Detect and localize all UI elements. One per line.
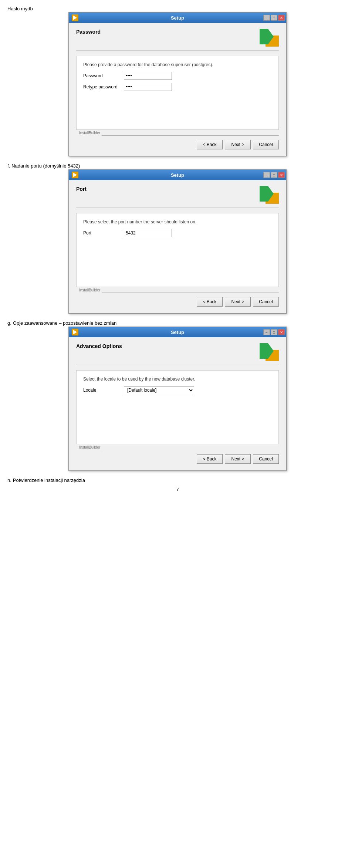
password-input[interactable] — [124, 72, 172, 80]
close-button-port[interactable]: ✕ — [278, 172, 285, 178]
password-window: Setup − □ ✕ Password Please provide a pa… — [68, 12, 287, 156]
back-button-password[interactable]: < Back — [197, 140, 223, 149]
port-window: Setup − □ ✕ Port Please select the port … — [68, 169, 287, 314]
footer-line-password — [102, 135, 279, 136]
next-button-password[interactable]: Next > — [225, 140, 251, 149]
port-label: Port — [83, 230, 124, 236]
installbuilder-label-advanced: InstallBuilder — [78, 445, 102, 449]
window-body-port: Port Please select the port number the s… — [69, 180, 286, 313]
installbuilder-label-password: InstallBuilder — [78, 131, 102, 135]
next-button-port[interactable]: Next > — [225, 297, 251, 307]
logo-icon-password — [260, 29, 279, 47]
window-header-port: Port — [76, 186, 279, 208]
minimize-button-advanced[interactable]: − — [263, 329, 270, 335]
section-desc-confirm: Potwierdzenie instalacji narzędzia — [13, 477, 85, 483]
button-row-port: < Back Next > Cancel — [76, 297, 279, 307]
window-header-password: Password — [76, 29, 279, 51]
restore-button-port[interactable]: □ — [271, 172, 277, 178]
footer-line-port — [102, 293, 279, 293]
advanced-window: Setup − □ ✕ Advanced Options Select the … — [68, 327, 287, 471]
section-letter-advanced: g. — [7, 320, 11, 326]
footer-line-advanced — [102, 450, 279, 450]
retype-password-label: Retype password — [83, 84, 124, 89]
content-area-password: Please provide a password for the databa… — [76, 56, 279, 130]
section-desc-advanced: Opje zaawansowane – pozostawienie bez zm… — [13, 320, 116, 326]
titlebar-advanced: Setup − □ ✕ — [69, 327, 286, 337]
window-icon-port — [72, 172, 78, 178]
installbuilder-footer-advanced: InstallBuilder — [76, 448, 279, 452]
section-header-advanced: g. Opje zaawansowane – pozostawienie bez… — [7, 320, 348, 326]
section-header-password: Hasło mydb — [7, 6, 348, 11]
info-text-password: Please provide a password for the databa… — [83, 62, 272, 67]
installbuilder-footer-port: InstallBuilder — [76, 291, 279, 295]
window-controls-advanced: − □ ✕ — [263, 329, 285, 335]
back-button-port[interactable]: < Back — [197, 297, 223, 307]
window-controls-password: − □ ✕ — [263, 15, 285, 21]
installbuilder-label-port: InstallBuilder — [78, 288, 102, 292]
password-row: Password — [83, 72, 272, 80]
port-row: Port — [83, 229, 272, 237]
info-text-advanced: Select the locale to be used by the new … — [83, 376, 272, 382]
logo-icon-advanced — [260, 343, 279, 361]
window-header-advanced: Advanced Options — [76, 343, 279, 365]
window-controls-port: − □ ✕ — [263, 172, 285, 178]
port-input[interactable] — [124, 229, 172, 237]
installbuilder-footer-password: InstallBuilder — [76, 134, 279, 138]
window-title-password: Setup — [171, 15, 184, 21]
titlebar-port: Setup − □ ✕ — [69, 170, 286, 180]
logo-icon-port — [260, 186, 279, 204]
section-header-port: f. Nadanie portu (domyślnie 5432) — [7, 163, 348, 169]
button-row-advanced: < Back Next > Cancel — [76, 454, 279, 464]
window-icon-password — [72, 14, 78, 21]
page-number: 7 — [7, 487, 348, 500]
window-body-advanced: Advanced Options Select the locale to be… — [69, 337, 286, 470]
close-button-advanced[interactable]: ✕ — [278, 329, 285, 335]
section-title-port: Port — [76, 186, 87, 192]
password-label: Password — [83, 73, 124, 78]
restore-button-password[interactable]: □ — [271, 15, 277, 21]
retype-password-row: Retype password — [83, 83, 272, 91]
cancel-button-advanced[interactable]: Cancel — [253, 454, 279, 464]
locale-label: Locale — [83, 388, 124, 393]
minimize-button-port[interactable]: − — [263, 172, 270, 178]
titlebar-password: Setup − □ ✕ — [69, 13, 286, 23]
button-row-password: < Back Next > Cancel — [76, 140, 279, 149]
back-button-advanced[interactable]: < Back — [197, 454, 223, 464]
section-header-confirm: h. Potwierdzenie instalacji narzędzia — [7, 477, 348, 483]
next-button-advanced[interactable]: Next > — [225, 454, 251, 464]
locale-row: Locale [Default locale] — [83, 386, 272, 394]
window-icon-advanced — [72, 329, 78, 335]
content-area-port: Please select the port number the server… — [76, 213, 279, 287]
section-title-advanced: Advanced Options — [76, 343, 122, 349]
window-title-port: Setup — [171, 172, 184, 178]
window-title-advanced: Setup — [171, 330, 184, 335]
cancel-button-password[interactable]: Cancel — [253, 140, 279, 149]
retype-password-input[interactable] — [124, 83, 172, 91]
close-button-password[interactable]: ✕ — [278, 15, 285, 21]
section-letter-port: f. — [7, 163, 10, 169]
locale-select[interactable]: [Default locale] — [124, 386, 194, 394]
info-text-port: Please select the port number the server… — [83, 219, 272, 224]
cancel-button-port[interactable]: Cancel — [253, 297, 279, 307]
content-area-advanced: Select the locale to be used by the new … — [76, 370, 279, 444]
minimize-button-password[interactable]: − — [263, 15, 270, 21]
restore-button-advanced[interactable]: □ — [271, 329, 277, 335]
section-desc-password: Hasło mydb — [7, 6, 33, 11]
section-title-password: Password — [76, 29, 101, 35]
section-desc-port: Nadanie portu (domyślnie 5432) — [11, 163, 80, 169]
section-letter-confirm: h. — [7, 477, 11, 483]
window-body-password: Password Please provide a password for t… — [69, 23, 286, 156]
